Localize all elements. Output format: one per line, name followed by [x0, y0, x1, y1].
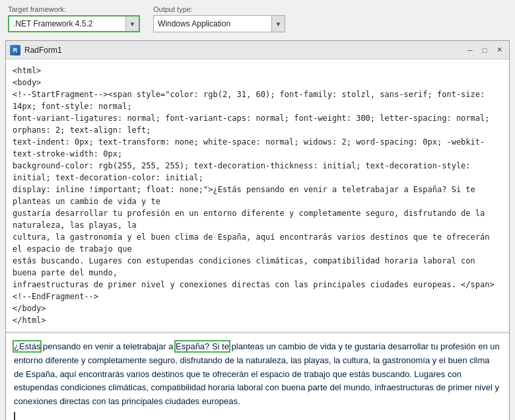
main-window: R RadForm1 ─ □ ✕ <html><body><!--StartFr… [5, 40, 510, 420]
code-line: estás buscando. Lugares con estupendas c… [13, 255, 502, 279]
window-icon: R [10, 45, 20, 55]
toolbar: Target framework: .NET Framework 4.5.2 ▼… [0, 0, 515, 38]
target-framework-arrow[interactable]: ▼ [125, 17, 139, 31]
target-framework-select[interactable]: .NET Framework 4.5.2 ▼ [8, 15, 140, 32]
target-framework-value: .NET Framework 4.5.2 [9, 18, 125, 30]
minimize-button[interactable]: ─ [464, 44, 476, 56]
code-line: gustaría desarrollar tu profesión en un … [13, 207, 502, 231]
code-line: cultura, la gastronomía y el buen clima … [13, 231, 502, 255]
code-line: <!--StartFragment--><span style="color: … [13, 88, 502, 112]
preview-text-middle: pensando en venir a teletrabajar a [40, 341, 176, 351]
window-titlebar: R RadForm1 ─ □ ✕ [6, 41, 509, 59]
preview-area: ¿Estás pensando en venir a teletrabajar … [6, 333, 509, 420]
output-type-value: Windows Application [154, 18, 271, 30]
output-type-group: Output type: Windows Application ▼ [153, 5, 285, 32]
target-framework-group: Target framework: .NET Framework 4.5.2 ▼ [8, 5, 140, 32]
code-line: text-indent: 0px; text-transform: none; … [13, 136, 502, 160]
code-line: infraestructuras de primer nivel y conex… [13, 279, 502, 302]
text-cursor [14, 412, 15, 420]
output-type-label: Output type: [153, 5, 285, 13]
code-line: background-color: rgb(255, 255, 255); te… [13, 160, 502, 184]
code-line: display: inline !important; float: none;… [13, 184, 502, 207]
target-framework-label: Target framework: [8, 5, 140, 13]
code-line: font-variant-ligatures: normal; font-var… [13, 112, 502, 136]
close-button[interactable]: ✕ [493, 44, 505, 56]
window-controls: ─ □ ✕ [464, 44, 505, 56]
cursor-line [14, 411, 501, 420]
code-editor[interactable]: <html><body><!--StartFragment--><span st… [6, 59, 509, 332]
code-line: </body> [13, 302, 502, 314]
output-type-select[interactable]: Windows Application ▼ [153, 15, 285, 32]
code-line: </html> [13, 314, 502, 326]
preview-highlight-start: ¿Estás [14, 341, 40, 351]
code-line: <body> [13, 77, 502, 88]
maximize-button[interactable]: □ [479, 44, 491, 56]
output-type-arrow[interactable]: ▼ [271, 16, 285, 32]
code-line: <html> [13, 65, 502, 77]
preview-text: ¿Estás pensando en venir a teletrabajar … [14, 340, 501, 409]
window-title: RadForm1 [24, 46, 464, 55]
preview-highlight-end: España? Si te [176, 341, 229, 351]
